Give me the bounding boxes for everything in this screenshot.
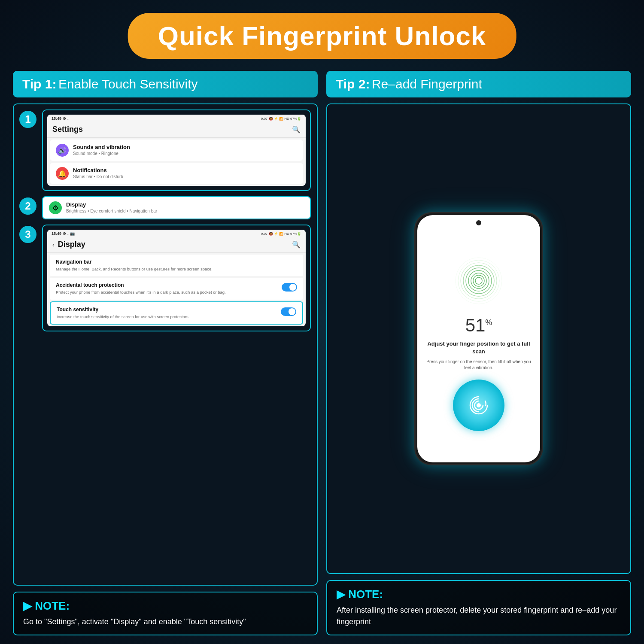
touch-sens-title: Touch sensitivity xyxy=(57,307,277,313)
notif-subtitle: Status bar • Do not disturb xyxy=(73,174,297,179)
time-2: 15:49 ⊙ ↓ 📷 xyxy=(52,231,75,236)
status-bar-2: 15:49 ⊙ ↓ 📷 9.07 🔕 ⚡ 📶 HD 67%🔋 xyxy=(47,230,306,237)
step3-number: 3 xyxy=(18,225,38,244)
touch-sens-item[interactable]: Touch sensitivity Increase the touch sen… xyxy=(50,301,303,325)
right-panel: Tip 2: Re–add Fingerprint xyxy=(326,71,631,635)
svg-point-7 xyxy=(458,260,499,301)
fp-percent: 51% xyxy=(465,315,492,336)
sounds-title: Sounds and vibration xyxy=(73,144,297,150)
status-icons-2: 9.07 🔕 ⚡ 📶 HD 67%🔋 xyxy=(261,232,301,236)
sounds-subtitle: Sound mode • Ringtone xyxy=(73,151,297,156)
display-subtitle: Brightness • Eye comfort shield • Naviga… xyxy=(66,209,304,213)
sounds-text: Sounds and vibration Sound mode • Ringto… xyxy=(73,144,297,156)
status-bar-1: 15:49 ⊙ ↓ 9.07 🔕 ⚡ 📶 HD 67%🔋 xyxy=(47,115,306,122)
accidental-toggle[interactable] xyxy=(282,283,297,292)
fp-ring-svg xyxy=(453,255,504,307)
step3-row: 3 15:49 ⊙ ↓ 📷 9.07 🔕 ⚡ 📶 HD 67%🔋 ‹ Displ… xyxy=(27,225,311,331)
accidental-title: Accidental touch protection xyxy=(56,282,278,288)
android-phone: 51% Adjust your finger position to get a… xyxy=(414,212,543,465)
tip1-label: Tip 1: xyxy=(22,77,56,91)
note1-section: ▶ NOTE: Go to "Settings", activate "Disp… xyxy=(13,592,318,635)
phone-camera xyxy=(476,220,481,225)
nav-bar-item[interactable]: Navigation bar Manage the Home, Back, an… xyxy=(50,255,303,276)
touch-sens-subtitle: Increase the touch sensitivity of the sc… xyxy=(57,314,277,319)
notif-icon: 🔔 xyxy=(56,167,69,180)
display-text: Display Brightness • Eye comfort shield … xyxy=(66,201,304,213)
fp-scan-subtitle: Press your finger on the sensor, then li… xyxy=(426,359,532,371)
notifications-item[interactable]: 🔔 Notifications Status bar • Do not dist… xyxy=(50,163,303,184)
fp-scan-title: Adjust your finger position to get a ful… xyxy=(426,340,532,355)
left-panel: Tip 1: Enable Touch Sensitivity 1 15:49 … xyxy=(13,71,318,635)
screen-header-2: ‹ Display 🔍 xyxy=(47,237,306,253)
page-title: Quick Fingerprint Unlock xyxy=(158,21,486,51)
phone-mockup-container: 51% Adjust your finger position to get a… xyxy=(326,103,631,574)
status-icons-1: 9.07 🔕 ⚡ 📶 HD 67%🔋 xyxy=(261,117,301,121)
nav-bar-subtitle: Manage the Home, Back, and Recents butto… xyxy=(56,266,297,272)
back-icon[interactable]: ‹ xyxy=(52,241,55,248)
sounds-icon: 🔊 xyxy=(56,144,69,157)
settings-title: Settings xyxy=(52,125,289,134)
fp-touch-area xyxy=(453,380,504,431)
step2-number: 2 xyxy=(18,196,38,216)
settings-screen-2-wrap: 15:49 ⊙ ↓ 📷 9.07 🔕 ⚡ 📶 HD 67%🔋 ‹ Display… xyxy=(42,225,311,331)
nav-bar-title: Navigation bar xyxy=(56,259,297,265)
phone-screen: 51% Adjust your finger position to get a… xyxy=(417,215,540,462)
note2-title: ▶ NOTE: xyxy=(337,588,621,601)
tip1-text: Enable Touch Sensitivity xyxy=(58,77,198,91)
settings-screen-2: 15:49 ⊙ ↓ 📷 9.07 🔕 ⚡ 📶 HD 67%🔋 ‹ Display… xyxy=(47,230,306,326)
svg-point-5 xyxy=(463,265,494,296)
svg-point-0 xyxy=(475,277,482,284)
display-screen-title: Display xyxy=(58,240,289,249)
tip2-label: Tip 2: xyxy=(336,77,370,91)
tip1-header: Tip 1: Enable Touch Sensitivity xyxy=(13,71,318,97)
step1-number: 1 xyxy=(18,109,38,129)
accidental-subtitle: Protect your phone from accidental touch… xyxy=(56,289,278,295)
note1-text: Go to "Settings", activate "Display" and… xyxy=(23,616,307,628)
svg-point-8 xyxy=(456,258,502,304)
tip2-header: Tip 2: Re–add Fingerprint xyxy=(326,71,631,97)
search-icon-2[interactable]: 🔍 xyxy=(292,240,301,249)
display-item[interactable]: ⚙ Display Brightness • Eye comfort shiel… xyxy=(43,197,310,219)
screen-header-1: Settings 🔍 xyxy=(47,122,306,138)
touch-sens-text: Touch sensitivity Increase the touch sen… xyxy=(57,307,277,319)
notif-text: Notifications Status bar • Do not distur… xyxy=(73,167,297,179)
notif-title: Notifications xyxy=(73,167,297,173)
note2-text: After installing the screen protector, d… xyxy=(337,605,621,628)
accidental-item[interactable]: Accidental touch protection Protect your… xyxy=(50,278,303,299)
sounds-item[interactable]: 🔊 Sounds and vibration Sound mode • Ring… xyxy=(50,140,303,161)
phone-inner: 51% Adjust your finger position to get a… xyxy=(417,215,540,462)
main-columns: Tip 1: Enable Touch Sensitivity 1 15:49 … xyxy=(13,71,631,635)
search-icon-1[interactable]: 🔍 xyxy=(292,125,301,134)
display-icon: ⚙ xyxy=(49,201,62,214)
settings-screen-1: 15:49 ⊙ ↓ 9.07 🔕 ⚡ 📶 HD 67%🔋 Settings 🔍 … xyxy=(47,115,306,186)
settings-screen-1-wrap: 15:49 ⊙ ↓ 9.07 🔕 ⚡ 📶 HD 67%🔋 Settings 🔍 … xyxy=(42,109,311,191)
display-item-wrapper: ⚙ Display Brightness • Eye comfort shiel… xyxy=(42,196,311,219)
svg-point-1 xyxy=(473,275,484,286)
step2-row: 2 ⚙ Display Brightness • Eye comfort shi… xyxy=(27,196,311,219)
title-banner: Quick Fingerprint Unlock xyxy=(128,13,516,59)
touch-sens-toggle[interactable] xyxy=(281,307,296,316)
fp-ring-container xyxy=(453,255,504,307)
time-1: 15:49 ⊙ ↓ xyxy=(52,116,69,121)
note2-section: ▶ NOTE: After installing the screen prot… xyxy=(326,580,631,635)
left-content-box: 1 15:49 ⊙ ↓ 9.07 🔕 ⚡ 📶 HD 67%🔋 Settings … xyxy=(13,103,318,586)
accidental-text: Accidental touch protection Protect your… xyxy=(56,282,278,295)
svg-point-4 xyxy=(466,268,492,294)
tip2-text: Re–add Fingerprint xyxy=(372,77,482,91)
step1-row: 1 15:49 ⊙ ↓ 9.07 🔕 ⚡ 📶 HD 67%🔋 Settings … xyxy=(27,109,311,191)
svg-point-3 xyxy=(468,270,489,291)
fp-touch-icon xyxy=(466,392,492,418)
note1-title: ▶ NOTE: xyxy=(23,599,307,613)
display-title: Display xyxy=(66,201,304,208)
